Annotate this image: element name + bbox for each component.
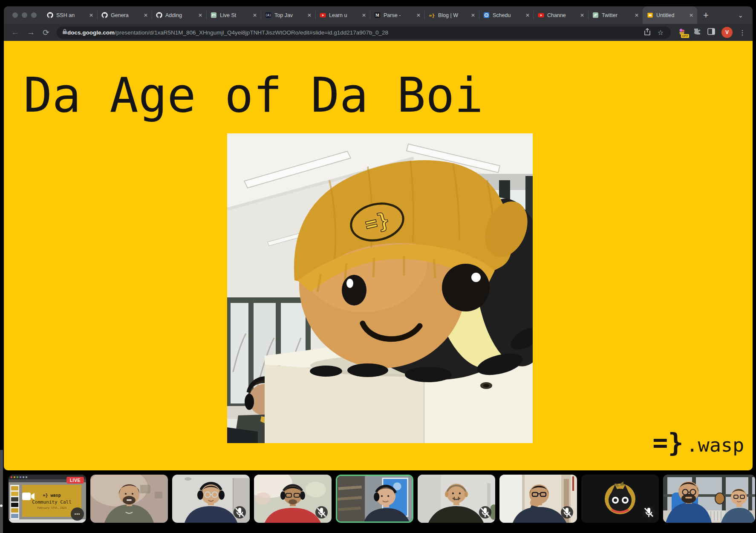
tab-close-icon[interactable]: ✕ [253,12,257,18]
mini-slide-logo: =} wasp [43,493,61,498]
wasp-logo-mark: =} [652,428,683,458]
mic-muted-icon [315,506,328,519]
tab-title: Genera [111,12,141,18]
tab-title: Blog | W [438,12,468,18]
video-call-strip: =} wasp Community Call February 17th, 20… [9,475,755,523]
reload-icon[interactable]: ⟳ [39,28,53,37]
url-text: docs.google.com/presentation/d/1xaR5N1M_… [67,29,388,36]
github-favicon [156,12,162,19]
tab-close-icon[interactable]: ✕ [198,12,202,18]
participant-tile[interactable] [254,475,332,523]
padlock-icon [62,29,67,36]
tab-search-chevron-icon[interactable]: ⌄ [728,6,753,24]
address-bar[interactable]: docs.google.com/presentation/d/1xaR5N1M_… [57,26,671,39]
side-panel-icon[interactable] [707,28,715,37]
tab-title: Twitter [602,12,632,18]
profile-avatar[interactable]: V [721,27,733,38]
close-window-button[interactable] [12,12,18,18]
tab-schedule[interactable]: Schedu ✕ [479,6,534,24]
tab-close-icon[interactable]: ✕ [635,12,639,18]
youtube-favicon [319,12,326,19]
tab-close-icon[interactable]: ✕ [362,12,366,18]
wasp-favicon: =} [428,12,435,19]
browser-window: SSH an ✕ Genera ✕ Adding ✕ Live St ✕ ⟨A⟩ [4,6,753,470]
tab-top-javascript[interactable]: ⟨A⟩ Top Jav ✕ [261,6,315,24]
back-icon[interactable]: ← [7,28,23,37]
live-stream-favicon [210,12,217,19]
menu-kebab-icon[interactable]: ⋮ [739,29,746,37]
tab-ssh[interactable]: SSH an ✕ [43,6,97,24]
tab-title: Parse - [384,12,413,18]
extension-off-icon[interactable]: OFF [678,28,687,37]
mini-filmstrip [10,485,19,519]
code-article-favicon: ⟨A⟩ [265,12,271,19]
tab-general[interactable]: Genera ✕ [97,6,152,24]
camera-icon [22,492,35,501]
participant-tile[interactable] [172,475,250,523]
tab-title: Learn u [329,12,359,18]
share-icon[interactable] [644,28,651,37]
tab-title: SSH an [56,12,86,18]
tab-title: Top Jav [274,12,304,18]
new-tab-button[interactable]: + [697,6,715,24]
bee-plush: =} [294,160,533,382]
tab-close-icon[interactable]: ✕ [307,12,312,18]
tab-learn-youtube[interactable]: Learn u ✕ [315,6,370,24]
desktop-edge [0,450,3,533]
tile-menu-button[interactable]: ••• [71,507,84,521]
tab-parse-medium[interactable]: M Parse - ✕ [370,6,424,24]
extensions-puzzle-icon[interactable] [693,28,701,37]
live-badge: LIVE [66,477,84,484]
tab-title: Adding [165,12,195,18]
tab-title: Untitled [656,12,686,18]
schedule-favicon [483,12,490,19]
zoom-window-button[interactable] [31,12,37,18]
active-speaker-tile[interactable] [336,475,413,523]
tab-adding[interactable]: Adding ✕ [152,6,206,24]
mini-slide-date: February 17th, 2023 [37,506,66,509]
tab-strip: SSH an ✕ Genera ✕ Adding ✕ Live St ✕ ⟨A⟩ [4,6,753,24]
svg-text:=}: =} [429,13,435,18]
mic-muted-icon [643,506,655,519]
screen: SSH an ✕ Genera ✕ Adding ✕ Live St ✕ ⟨A⟩ [0,0,756,533]
participant-avatar-tile[interactable] [581,475,659,523]
tab-close-icon[interactable]: ✕ [144,12,148,18]
tab-live-stream[interactable]: Live St ✕ [206,6,261,24]
github-favicon [101,12,108,19]
toolbar-right-icons: OFF V ⋮ [674,27,749,38]
tab-title: Channe [547,12,577,18]
bee-plush-photo: =} [227,133,533,443]
bookmark-star-icon[interactable]: ☆ [658,29,664,37]
participant-tile[interactable] [418,475,495,523]
tab-close-icon[interactable]: ✕ [416,12,421,18]
participant-tile[interactable] [499,475,577,523]
tab-close-icon[interactable]: ✕ [89,12,93,18]
tab-close-icon[interactable]: ✕ [525,12,530,18]
svg-text:⟨A⟩: ⟨A⟩ [265,13,271,17]
tab-untitled-slides[interactable]: Untitled ✕ [643,6,697,24]
tab-channel-youtube[interactable]: Channe ✕ [534,6,588,24]
minimize-window-button[interactable] [22,12,27,18]
participant-tile[interactable] [90,475,168,523]
tab-title: Live St [220,12,250,18]
google-slides-favicon [646,12,653,19]
tab-title: Schedu [493,12,522,18]
screenshare-tile[interactable]: =} wasp Community Call February 17th, 20… [9,475,86,523]
forward-icon[interactable]: → [23,28,39,37]
wasp-logo-word: .wasp [687,434,744,456]
tab-close-icon[interactable]: ✕ [580,12,584,18]
tab-close-icon[interactable]: ✕ [689,12,693,18]
tab-close-icon[interactable]: ✕ [471,12,475,18]
mini-slide-title: Community Call [32,499,72,505]
youtube-favicon [537,12,544,19]
window-controls[interactable] [4,6,43,24]
mic-muted-icon [479,506,491,519]
tab-twitter[interactable]: Twitter ✕ [588,6,643,24]
twitter-tool-favicon [592,12,599,19]
wasp-logo: =} .wasp [652,428,744,458]
participant-pair-tile[interactable] [663,475,755,523]
browser-toolbar: ← → ⟳ docs.google.com/presentation/d/1xa… [4,24,753,41]
github-favicon [46,12,53,19]
tab-wasp-blog[interactable]: =} Blog | W ✕ [424,6,479,24]
mic-muted-icon [234,506,246,519]
